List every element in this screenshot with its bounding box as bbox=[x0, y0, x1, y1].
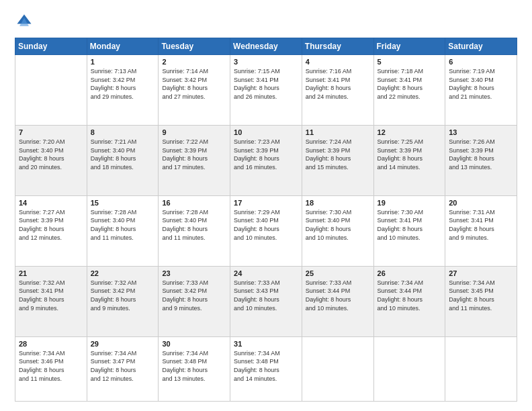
day-number: 6 bbox=[449, 58, 513, 66]
calendar-cell: 17Sunrise: 7:29 AMSunset: 3:40 PMDayligh… bbox=[230, 195, 302, 266]
day-number: 17 bbox=[234, 199, 298, 207]
day-number: 24 bbox=[234, 269, 298, 277]
calendar-cell: 29Sunrise: 7:34 AMSunset: 3:47 PMDayligh… bbox=[87, 336, 159, 401]
day-number: 31 bbox=[234, 340, 298, 348]
cell-info: Sunrise: 7:34 AMSunset: 3:48 PMDaylight:… bbox=[234, 349, 298, 383]
cell-info: Sunrise: 7:28 AMSunset: 3:40 PMDaylight:… bbox=[162, 208, 226, 242]
calendar-cell: 6Sunrise: 7:19 AMSunset: 3:40 PMDaylight… bbox=[445, 55, 517, 126]
day-number: 15 bbox=[91, 199, 155, 207]
calendar-cell bbox=[15, 55, 87, 126]
day-number: 4 bbox=[306, 58, 370, 66]
day-number: 12 bbox=[378, 128, 442, 136]
weekday-header-friday: Friday bbox=[373, 38, 445, 55]
day-number: 14 bbox=[19, 199, 83, 207]
cell-info: Sunrise: 7:24 AMSunset: 3:39 PMDaylight:… bbox=[306, 138, 370, 171]
calendar-cell: 1Sunrise: 7:13 AMSunset: 3:42 PMDaylight… bbox=[87, 55, 159, 126]
cell-info: Sunrise: 7:30 AMSunset: 3:40 PMDaylight:… bbox=[306, 208, 370, 242]
week-row-5: 28Sunrise: 7:34 AMSunset: 3:46 PMDayligh… bbox=[15, 336, 517, 401]
cell-info: Sunrise: 7:34 AMSunset: 3:46 PMDaylight:… bbox=[19, 349, 83, 383]
calendar-cell bbox=[302, 336, 373, 401]
calendar-cell: 18Sunrise: 7:30 AMSunset: 3:40 PMDayligh… bbox=[302, 195, 373, 266]
day-number: 2 bbox=[162, 58, 226, 66]
weekday-header-thursday: Thursday bbox=[302, 38, 373, 55]
calendar-cell: 24Sunrise: 7:33 AMSunset: 3:43 PMDayligh… bbox=[230, 266, 302, 336]
cell-info: Sunrise: 7:34 AMSunset: 3:44 PMDaylight:… bbox=[378, 279, 442, 312]
cell-info: Sunrise: 7:33 AMSunset: 3:42 PMDaylight:… bbox=[162, 279, 226, 312]
day-number: 20 bbox=[449, 199, 513, 207]
calendar-cell: 8Sunrise: 7:21 AMSunset: 3:40 PMDaylight… bbox=[87, 125, 159, 195]
calendar-cell: 12Sunrise: 7:25 AMSunset: 3:39 PMDayligh… bbox=[373, 125, 445, 195]
day-number: 23 bbox=[162, 269, 226, 277]
calendar-cell: 21Sunrise: 7:32 AMSunset: 3:41 PMDayligh… bbox=[15, 266, 87, 336]
day-number: 29 bbox=[91, 340, 155, 348]
week-row-2: 7Sunrise: 7:20 AMSunset: 3:40 PMDaylight… bbox=[15, 125, 517, 195]
day-number: 7 bbox=[19, 128, 83, 136]
logo bbox=[15, 12, 36, 31]
day-number: 19 bbox=[378, 199, 442, 207]
cell-info: Sunrise: 7:27 AMSunset: 3:39 PMDaylight:… bbox=[19, 208, 83, 242]
day-number: 25 bbox=[306, 269, 370, 277]
calendar-cell: 7Sunrise: 7:20 AMSunset: 3:40 PMDaylight… bbox=[15, 125, 87, 195]
cell-info: Sunrise: 7:19 AMSunset: 3:40 PMDaylight:… bbox=[449, 67, 513, 101]
calendar-cell: 20Sunrise: 7:31 AMSunset: 3:41 PMDayligh… bbox=[445, 195, 517, 266]
calendar-cell: 23Sunrise: 7:33 AMSunset: 3:42 PMDayligh… bbox=[159, 266, 230, 336]
calendar-cell: 13Sunrise: 7:26 AMSunset: 3:39 PMDayligh… bbox=[445, 125, 517, 195]
weekday-header-row: SundayMondayTuesdayWednesdayThursdayFrid… bbox=[15, 38, 517, 55]
cell-info: Sunrise: 7:13 AMSunset: 3:42 PMDaylight:… bbox=[91, 67, 155, 101]
calendar-cell: 3Sunrise: 7:15 AMSunset: 3:41 PMDaylight… bbox=[230, 55, 302, 126]
day-number: 11 bbox=[306, 128, 370, 136]
day-number: 28 bbox=[19, 340, 83, 348]
calendar-cell: 14Sunrise: 7:27 AMSunset: 3:39 PMDayligh… bbox=[15, 195, 87, 266]
calendar-cell: 15Sunrise: 7:28 AMSunset: 3:40 PMDayligh… bbox=[87, 195, 159, 266]
day-number: 22 bbox=[91, 269, 155, 277]
cell-info: Sunrise: 7:18 AMSunset: 3:41 PMDaylight:… bbox=[378, 67, 442, 101]
calendar-cell: 19Sunrise: 7:30 AMSunset: 3:41 PMDayligh… bbox=[373, 195, 445, 266]
cell-info: Sunrise: 7:26 AMSunset: 3:39 PMDaylight:… bbox=[449, 138, 513, 171]
weekday-header-monday: Monday bbox=[87, 38, 159, 55]
cell-info: Sunrise: 7:15 AMSunset: 3:41 PMDaylight:… bbox=[234, 67, 298, 101]
cell-info: Sunrise: 7:29 AMSunset: 3:40 PMDaylight:… bbox=[234, 208, 298, 242]
weekday-header-tuesday: Tuesday bbox=[159, 38, 230, 55]
cell-info: Sunrise: 7:32 AMSunset: 3:42 PMDaylight:… bbox=[91, 279, 155, 312]
day-number: 21 bbox=[19, 269, 83, 277]
calendar-table: SundayMondayTuesdayWednesdayThursdayFrid… bbox=[15, 38, 517, 402]
calendar-cell: 4Sunrise: 7:16 AMSunset: 3:41 PMDaylight… bbox=[302, 55, 373, 126]
logo-icon bbox=[15, 12, 34, 31]
calendar-cell: 25Sunrise: 7:33 AMSunset: 3:44 PMDayligh… bbox=[302, 266, 373, 336]
day-number: 26 bbox=[378, 269, 442, 277]
cell-info: Sunrise: 7:25 AMSunset: 3:39 PMDaylight:… bbox=[378, 138, 442, 171]
day-number: 1 bbox=[91, 58, 155, 66]
cell-info: Sunrise: 7:16 AMSunset: 3:41 PMDaylight:… bbox=[306, 67, 370, 101]
day-number: 3 bbox=[234, 58, 298, 66]
day-number: 13 bbox=[449, 128, 513, 136]
cell-info: Sunrise: 7:22 AMSunset: 3:39 PMDaylight:… bbox=[162, 138, 226, 171]
day-number: 10 bbox=[234, 128, 298, 136]
cell-info: Sunrise: 7:33 AMSunset: 3:43 PMDaylight:… bbox=[234, 279, 298, 312]
calendar-cell: 5Sunrise: 7:18 AMSunset: 3:41 PMDaylight… bbox=[373, 55, 445, 126]
header bbox=[15, 12, 517, 31]
day-number: 18 bbox=[306, 199, 370, 207]
calendar-cell: 11Sunrise: 7:24 AMSunset: 3:39 PMDayligh… bbox=[302, 125, 373, 195]
day-number: 8 bbox=[91, 128, 155, 136]
day-number: 16 bbox=[162, 199, 226, 207]
day-number: 30 bbox=[162, 340, 226, 348]
cell-info: Sunrise: 7:23 AMSunset: 3:39 PMDaylight:… bbox=[234, 138, 298, 171]
calendar-cell: 31Sunrise: 7:34 AMSunset: 3:48 PMDayligh… bbox=[230, 336, 302, 401]
cell-info: Sunrise: 7:34 AMSunset: 3:45 PMDaylight:… bbox=[449, 279, 513, 312]
week-row-4: 21Sunrise: 7:32 AMSunset: 3:41 PMDayligh… bbox=[15, 266, 517, 336]
day-number: 5 bbox=[378, 58, 442, 66]
cell-info: Sunrise: 7:31 AMSunset: 3:41 PMDaylight:… bbox=[449, 208, 513, 242]
page: SundayMondayTuesdayWednesdayThursdayFrid… bbox=[0, 0, 532, 411]
cell-info: Sunrise: 7:33 AMSunset: 3:44 PMDaylight:… bbox=[306, 279, 370, 312]
week-row-1: 1Sunrise: 7:13 AMSunset: 3:42 PMDaylight… bbox=[15, 55, 517, 126]
cell-info: Sunrise: 7:28 AMSunset: 3:40 PMDaylight:… bbox=[91, 208, 155, 242]
calendar-cell bbox=[445, 336, 517, 401]
cell-info: Sunrise: 7:30 AMSunset: 3:41 PMDaylight:… bbox=[378, 208, 442, 242]
weekday-header-sunday: Sunday bbox=[15, 38, 87, 55]
cell-info: Sunrise: 7:21 AMSunset: 3:40 PMDaylight:… bbox=[91, 138, 155, 171]
calendar-cell: 30Sunrise: 7:34 AMSunset: 3:48 PMDayligh… bbox=[159, 336, 230, 401]
calendar-cell: 22Sunrise: 7:32 AMSunset: 3:42 PMDayligh… bbox=[87, 266, 159, 336]
cell-info: Sunrise: 7:34 AMSunset: 3:48 PMDaylight:… bbox=[162, 349, 226, 383]
week-row-3: 14Sunrise: 7:27 AMSunset: 3:39 PMDayligh… bbox=[15, 195, 517, 266]
cell-info: Sunrise: 7:34 AMSunset: 3:47 PMDaylight:… bbox=[91, 349, 155, 383]
